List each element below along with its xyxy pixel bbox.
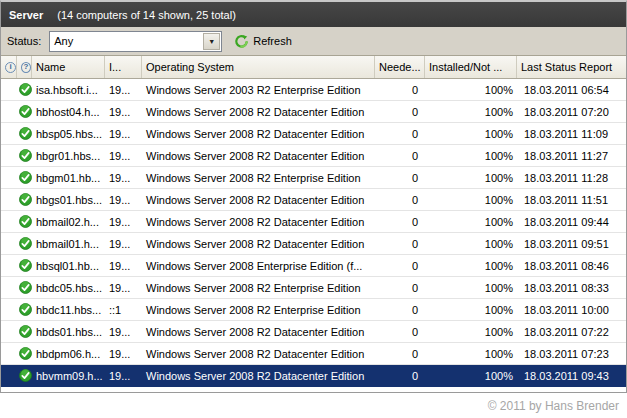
table-row[interactable]: hbdc11.hbs... ::1 Windows Server 2008 R2… — [1, 299, 626, 321]
operating-system: Windows Server 2008 R2 Datacenter Editio… — [142, 189, 375, 210]
operating-system: Windows Server 2008 R2 Datacenter Editio… — [142, 101, 375, 122]
refresh-icon — [234, 34, 249, 49]
computer-name: hbvmm09.h... — [32, 365, 105, 386]
last-status-report: 18.03.2011 07:20 — [517, 101, 626, 122]
status-filter-dropdown[interactable]: Any ▼ — [49, 31, 222, 52]
needed-count: 0 — [375, 277, 425, 298]
ip-address: 19... — [105, 167, 142, 188]
installed-percent: 100% — [425, 277, 517, 298]
needed-count: 0 — [375, 145, 425, 166]
installed-percent: 100% — [425, 365, 517, 386]
ip-address: 19... — [105, 321, 142, 342]
last-status-report: 18.03.2011 11:28 — [517, 167, 626, 188]
status-filter-label: Status: — [7, 35, 41, 47]
table-row[interactable]: hbdc05.hbs... 19... Windows Server 2008 … — [1, 277, 626, 299]
ip-address: 19... — [105, 277, 142, 298]
table-row[interactable]: hbds01.hbs... 19... Windows Server 2008 … — [1, 321, 626, 343]
needed-count: 0 — [375, 321, 425, 342]
info-cell — [1, 321, 17, 342]
installed-percent: 100% — [425, 255, 517, 276]
last-status-report: 18.03.2011 09:44 — [517, 211, 626, 232]
computer-name: hbmail02.h... — [32, 211, 105, 232]
needed-count: 0 — [375, 255, 425, 276]
installed-percent: 100% — [425, 321, 517, 342]
operating-system: Windows Server 2003 R2 Enterprise Editio… — [142, 79, 375, 100]
info-cell — [1, 211, 17, 232]
computer-name: hbsp05.hbs... — [32, 123, 105, 144]
green-check-icon — [17, 299, 32, 320]
last-status-report: 18.03.2011 09:51 — [517, 233, 626, 254]
table-row[interactable]: hbgr01.hbs... 19... Windows Server 2008 … — [1, 145, 626, 167]
table-row[interactable]: hbmail01.h... 19... Windows Server 2008 … — [1, 233, 626, 255]
refresh-button[interactable]: Refresh — [230, 32, 296, 51]
table-row[interactable]: hbhost04.h... 19... Windows Server 2008 … — [1, 101, 626, 123]
green-check-icon — [17, 233, 32, 254]
table-row[interactable]: hbsql01.hb... 19... Windows Server 2008 … — [1, 255, 626, 277]
ip-address: 19... — [105, 123, 142, 144]
needed-count: 0 — [375, 167, 425, 188]
ip-address: 19... — [105, 365, 142, 386]
needed-count: 0 — [375, 299, 425, 320]
computer-name: hbsql01.hb... — [32, 255, 105, 276]
help-icon: ? — [21, 62, 31, 73]
installed-percent: 100% — [425, 79, 517, 100]
green-check-icon — [17, 123, 32, 144]
ip-address: 19... — [105, 79, 142, 100]
green-check-icon — [17, 321, 32, 342]
info-cell — [1, 255, 17, 276]
operating-system: Windows Server 2008 R2 Datacenter Editio… — [142, 211, 375, 232]
installed-percent: 100% — [425, 145, 517, 166]
last-status-report: 18.03.2011 08:33 — [517, 277, 626, 298]
column-header-os[interactable]: Operating System — [142, 56, 375, 78]
table-row[interactable]: hbgs01.hbs... 19... Windows Server 2008 … — [1, 189, 626, 211]
column-header-last-status[interactable]: Last Status Report — [517, 56, 626, 78]
needed-count: 0 — [375, 211, 425, 232]
computer-name: hbmail01.h... — [32, 233, 105, 254]
info-cell — [1, 101, 17, 122]
last-status-report: 18.03.2011 06:54 — [517, 79, 626, 100]
computer-name: hbgm01.hb... — [32, 167, 105, 188]
column-header-name[interactable]: Name — [32, 56, 105, 78]
info-cell — [1, 233, 17, 254]
table-row[interactable]: hbsp05.hbs... 19... Windows Server 2008 … — [1, 123, 626, 145]
computer-name: hbdc05.hbs... — [32, 277, 105, 298]
chevron-down-icon[interactable]: ▼ — [203, 33, 220, 50]
info-cell — [1, 299, 17, 320]
green-check-icon — [17, 167, 32, 188]
titlebar: Server (14 computers of 14 shown, 25 tot… — [1, 2, 626, 27]
operating-system: Windows Server 2008 R2 Datacenter Editio… — [142, 145, 375, 166]
installed-percent: 100% — [425, 167, 517, 188]
installed-percent: 100% — [425, 211, 517, 232]
table-row[interactable]: isa.hbsoft.i... 19... Windows Server 200… — [1, 79, 626, 101]
column-header-installed[interactable]: Installed/Not ... — [425, 56, 517, 78]
last-status-report: 18.03.2011 10:00 — [517, 299, 626, 320]
green-check-icon — [17, 101, 32, 122]
installed-percent: 100% — [425, 299, 517, 320]
needed-count: 0 — [375, 365, 425, 386]
installed-percent: 100% — [425, 189, 517, 210]
ip-address: 19... — [105, 211, 142, 232]
green-check-icon — [17, 145, 32, 166]
last-status-report: 18.03.2011 07:23 — [517, 343, 626, 364]
green-check-icon — [17, 343, 32, 364]
ip-address: ::1 — [105, 299, 142, 320]
table-row[interactable]: hbvmm09.h... 19... Windows Server 2008 R… — [1, 365, 626, 387]
green-check-icon — [17, 277, 32, 298]
column-header-info[interactable]: i — [1, 56, 17, 78]
column-header-needed[interactable]: Neede... — [375, 56, 425, 78]
computer-name: hbdc11.hbs... — [32, 299, 105, 320]
table-row[interactable]: hbdpm06.h... 19... Windows Server 2008 R… — [1, 343, 626, 365]
column-header-ip[interactable]: I... — [105, 56, 142, 78]
table-row[interactable]: hbgm01.hb... 19... Windows Server 2008 R… — [1, 167, 626, 189]
info-cell — [1, 145, 17, 166]
ip-address: 19... — [105, 145, 142, 166]
installed-percent: 100% — [425, 343, 517, 364]
column-header-help[interactable]: ? — [17, 56, 32, 78]
operating-system: Windows Server 2008 R2 Datacenter Editio… — [142, 233, 375, 254]
table-row[interactable]: hbmail02.h... 19... Windows Server 2008 … — [1, 211, 626, 233]
computer-name: hbgr01.hbs... — [32, 145, 105, 166]
page-title: Server — [9, 9, 43, 21]
info-cell — [1, 167, 17, 188]
table-header: i ? Name I... Operating System Neede... … — [1, 56, 626, 79]
operating-system: Windows Server 2008 Enterprise Edition (… — [142, 255, 375, 276]
